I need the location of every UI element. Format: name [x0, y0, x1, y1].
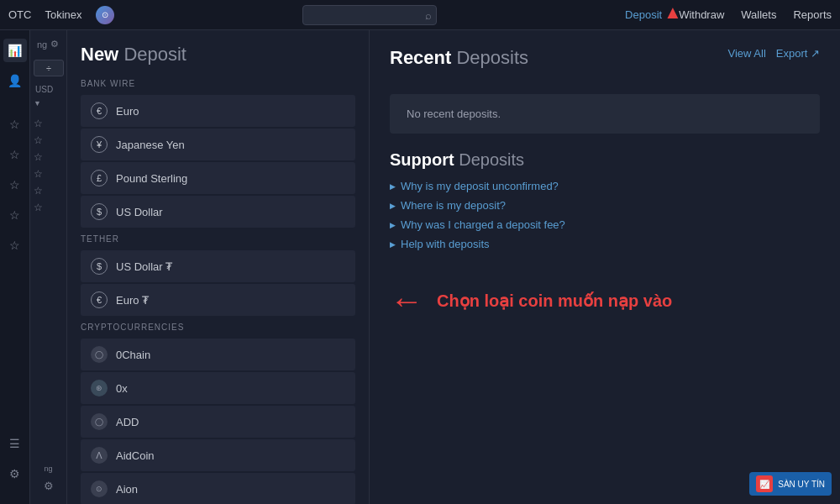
nav-wallets[interactable]: Wallets — [741, 8, 776, 21]
main-layout: 📊 👤 ☆ ☆ ☆ ☆ ☆ ☰ ⚙ ng ⚙ ÷ USD ▼ ☆ ☆ ☆ ☆ ☆ — [0, 30, 840, 504]
sidebar-menu-icon[interactable]: ☰ — [3, 432, 27, 455]
jpy-symbol: ¥ — [91, 136, 108, 153]
support-link-1[interactable]: Why is my deposit unconfirmed? — [390, 180, 820, 192]
nav-reports[interactable]: Reports — [793, 8, 832, 21]
sidebar-chart-icon[interactable]: 📊 — [3, 39, 27, 62]
sidebar-star-icon-3[interactable]: ☆ — [3, 173, 27, 197]
add-name: ADD — [116, 416, 139, 428]
currency-item-0chain[interactable]: ◯ 0Chain — [81, 339, 355, 370]
recent-title-bold: Recent — [390, 47, 451, 68]
view-all-link[interactable]: View All — [728, 47, 766, 60]
tether-label: TETHER — [81, 234, 355, 244]
tether-currency-list: $ US Dollar ₮ € Euro ₮ — [81, 250, 355, 316]
search-icon[interactable]: ⌕ — [425, 8, 432, 21]
support-link-3[interactable]: Why was I charged a deposit fee? — [390, 218, 820, 231]
sidebar-star-icon-5[interactable]: ☆ — [3, 234, 27, 257]
0x-name: 0x — [116, 382, 128, 395]
left-arrow-icon: ← — [390, 284, 423, 318]
gbp-name: Pound Sterling — [116, 172, 187, 185]
panel-star-6[interactable]: ☆ — [34, 202, 63, 213]
annotation-area: ← Chọn loại coin muốn nạp vào — [390, 284, 820, 318]
sidebar-user-icon[interactable]: 👤 — [3, 69, 27, 92]
new-deposit-title: New Deposit — [81, 44, 355, 66]
currency-item-usdt[interactable]: $ US Dollar ₮ — [81, 250, 355, 282]
currency-list-panel: New Deposit BANK WIRE € Euro ¥ Japanese … — [67, 30, 370, 504]
sidebar-star-icon-4[interactable]: ☆ — [3, 203, 27, 227]
sidebar-star-icon-1[interactable]: ☆ — [3, 113, 27, 136]
usdt-name: US Dollar ₮ — [116, 260, 172, 273]
currency-dropdown[interactable]: ÷ — [34, 60, 64, 76]
support-deposits-title: Support Deposits — [390, 150, 820, 170]
0chain-icon: ◯ — [91, 346, 108, 363]
0chain-name: 0Chain — [116, 349, 150, 361]
support-title-bold: Support — [390, 150, 454, 169]
aion-icon: ⊙ — [91, 480, 108, 497]
currency-item-aidcoin[interactable]: Λ AidCoin — [81, 439, 355, 471]
panel-star-4[interactable]: ☆ — [34, 168, 63, 180]
export-link[interactable]: Export ↗ — [776, 47, 820, 60]
aidcoin-icon: Λ — [91, 447, 108, 464]
currency-item-usd[interactable]: $ US Dollar — [81, 196, 355, 228]
currency-item-eurt[interactable]: € Euro ₮ — [81, 284, 355, 316]
sidebar-star-icon-2[interactable]: ☆ — [3, 143, 27, 166]
panel-ng-gear-icon[interactable]: ⚙ — [50, 39, 59, 50]
support-links-list: Why is my deposit unconfirmed? Where is … — [390, 180, 820, 250]
panel-star-2[interactable]: ☆ — [34, 134, 63, 146]
no-deposits-text: No recent deposits. — [407, 108, 501, 120]
nav-deposit[interactable]: Deposit — [625, 8, 662, 21]
nav-withdraw[interactable]: Withdraw — [679, 8, 724, 21]
panel-star-1[interactable]: ☆ — [34, 118, 63, 129]
watermark-icon: 📈 — [756, 475, 773, 492]
panel-star-list: ☆ ☆ ☆ ☆ ☆ ☆ — [34, 118, 63, 213]
support-link-2[interactable]: Where is my deposit? — [390, 199, 820, 212]
panel-bottom-icons: ng ⚙ — [34, 465, 63, 499]
crypto-list: ◯ 0Chain ⊛ 0x ◯ ADD Λ AidCoin ⊙ Aion Air… — [81, 339, 355, 504]
annotation-text: Chọn loại coin muốn nạp vào — [437, 291, 672, 311]
panel-ng-text: ng — [37, 39, 47, 50]
sidebar-gear-icon[interactable]: ⚙ — [3, 462, 27, 486]
main-content: Recent Deposits View All Export ↗ No rec… — [370, 30, 840, 504]
search-bar: ⌕ — [114, 5, 626, 25]
currency-item-euro[interactable]: € Euro — [81, 95, 355, 127]
tokinex-logo-icon: ⊙ — [96, 6, 114, 24]
support-title-light: Deposits — [459, 150, 524, 169]
currency-item-add[interactable]: ◯ ADD — [81, 406, 355, 438]
watermark-text: SÀN UY TÍN — [778, 480, 825, 489]
0x-icon: ⊛ — [91, 380, 108, 396]
recent-title-light: Deposits — [456, 47, 528, 68]
crypto-label: CRYPTOCURRENCIES — [81, 323, 355, 332]
usd-name: US Dollar — [116, 206, 163, 218]
nav-tokinex[interactable]: Tokinex — [45, 8, 81, 21]
panel-bottom-label-ng: ng — [44, 465, 52, 473]
bank-wire-currency-list: € Euro ¥ Japanese Yen £ Pound Sterling $… — [81, 95, 355, 228]
no-deposits-box: No recent deposits. — [390, 94, 820, 134]
currency-item-jpy[interactable]: ¥ Japanese Yen — [81, 129, 355, 160]
currency-item-0x[interactable]: ⊛ 0x — [81, 372, 355, 404]
eurt-name: Euro ₮ — [116, 294, 149, 307]
recent-deposits-links: View All Export ↗ — [728, 47, 820, 60]
add-icon: ◯ — [91, 413, 108, 430]
gbp-symbol: £ — [91, 170, 108, 186]
search-input[interactable] — [302, 5, 437, 25]
currency-item-gbp[interactable]: £ Pound Sterling — [81, 162, 355, 194]
eurt-symbol: € — [91, 291, 108, 308]
nav-otc[interactable]: OTC — [8, 8, 31, 21]
panel-star-3[interactable]: ☆ — [34, 151, 63, 163]
euro-symbol: € — [91, 102, 108, 119]
aidcoin-name: AidCoin — [116, 449, 155, 462]
usd-symbol: $ — [91, 203, 108, 220]
support-link-4[interactable]: Help with deposits — [390, 238, 820, 250]
panel-star-5[interactable]: ☆ — [34, 185, 63, 197]
recent-deposits-title: Recent Deposits — [390, 47, 528, 69]
euro-name: Euro — [116, 105, 139, 118]
aion-name: Aion — [116, 483, 138, 496]
top-navbar: OTC Tokinex ⊙ ⌕ Deposit Withdraw Wallets… — [0, 0, 840, 30]
usdt-symbol: $ — [91, 258, 108, 275]
left-secondary-panel: ng ⚙ ÷ USD ▼ ☆ ☆ ☆ ☆ ☆ ☆ ng ⚙ — [30, 30, 67, 504]
panel-bottom-gear-icon[interactable]: ⚙ — [44, 480, 54, 492]
sidebar-icons: 📊 👤 ☆ ☆ ☆ ☆ ☆ ☰ ⚙ — [0, 30, 30, 504]
jpy-name: Japanese Yen — [116, 139, 185, 151]
panel-down-arrow[interactable]: ▼ — [34, 99, 63, 108]
currency-item-aion[interactable]: ⊙ Aion — [81, 473, 355, 504]
panel-usd-label: USD — [34, 83, 63, 96]
